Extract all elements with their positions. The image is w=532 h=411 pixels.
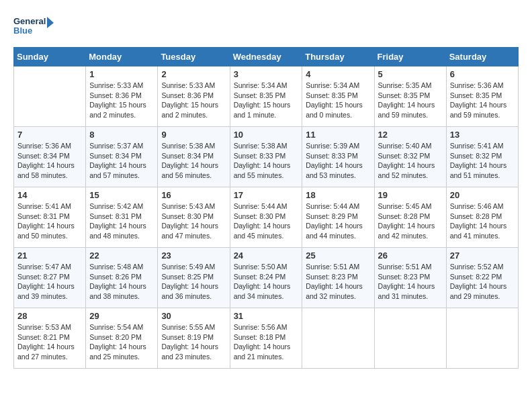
calendar-cell: 1Sunrise: 5:33 AM Sunset: 8:36 PM Daylig… — [86, 66, 158, 127]
day-number: 15 — [89, 190, 154, 200]
calendar-cell: 14Sunrise: 5:41 AM Sunset: 8:31 PM Dayli… — [14, 187, 86, 248]
column-header-saturday: Saturday — [446, 48, 518, 66]
calendar-cell: 24Sunrise: 5:50 AM Sunset: 8:24 PM Dayli… — [230, 248, 302, 308]
day-number: 27 — [450, 250, 515, 261]
calendar-week-row: 28Sunrise: 5:53 AM Sunset: 8:21 PM Dayli… — [14, 308, 519, 369]
calendar-cell: 16Sunrise: 5:43 AM Sunset: 8:30 PM Dayli… — [158, 187, 230, 248]
calendar-cell: 29Sunrise: 5:54 AM Sunset: 8:20 PM Dayli… — [86, 308, 158, 369]
calendar-header-row: SundayMondayTuesdayWednesdayThursdayFrid… — [14, 48, 519, 66]
day-details: Sunrise: 5:45 AM Sunset: 8:28 PM Dayligh… — [378, 201, 443, 241]
calendar-cell: 19Sunrise: 5:45 AM Sunset: 8:28 PM Dayli… — [374, 187, 446, 248]
day-details: Sunrise: 5:55 AM Sunset: 8:19 PM Dayligh… — [161, 322, 226, 362]
calendar-cell: 4Sunrise: 5:34 AM Sunset: 8:35 PM Daylig… — [302, 66, 374, 127]
day-number: 14 — [17, 190, 82, 200]
calendar-cell: 17Sunrise: 5:44 AM Sunset: 8:30 PM Dayli… — [230, 187, 302, 248]
calendar-cell: 8Sunrise: 5:37 AM Sunset: 8:34 PM Daylig… — [86, 127, 158, 187]
calendar-cell — [302, 308, 374, 369]
calendar-cell: 30Sunrise: 5:55 AM Sunset: 8:19 PM Dayli… — [158, 308, 230, 369]
day-details: Sunrise: 5:44 AM Sunset: 8:29 PM Dayligh… — [306, 201, 370, 241]
calendar-cell — [374, 308, 446, 369]
day-number: 7 — [17, 130, 82, 140]
day-details: Sunrise: 5:41 AM Sunset: 8:31 PM Dayligh… — [17, 201, 82, 241]
day-number: 2 — [161, 69, 226, 79]
column-header-sunday: Sunday — [14, 48, 86, 66]
calendar-cell: 12Sunrise: 5:40 AM Sunset: 8:32 PM Dayli… — [374, 127, 446, 187]
calendar-cell: 3Sunrise: 5:34 AM Sunset: 8:35 PM Daylig… — [230, 66, 302, 127]
day-details: Sunrise: 5:38 AM Sunset: 8:34 PM Dayligh… — [161, 141, 226, 181]
day-details: Sunrise: 5:34 AM Sunset: 8:35 PM Dayligh… — [306, 81, 370, 120]
day-number: 24 — [234, 250, 299, 261]
day-details: Sunrise: 5:36 AM Sunset: 8:34 PM Dayligh… — [17, 141, 82, 181]
day-number: 8 — [89, 130, 154, 140]
day-number: 17 — [234, 190, 299, 200]
day-number: 29 — [89, 311, 154, 321]
calendar-cell: 23Sunrise: 5:49 AM Sunset: 8:25 PM Dayli… — [158, 248, 230, 308]
calendar-cell: 26Sunrise: 5:51 AM Sunset: 8:23 PM Dayli… — [374, 248, 446, 308]
column-header-thursday: Thursday — [302, 48, 374, 66]
calendar-cell: 31Sunrise: 5:56 AM Sunset: 8:18 PM Dayli… — [230, 308, 302, 369]
calendar-cell — [446, 308, 518, 369]
day-details: Sunrise: 5:49 AM Sunset: 8:25 PM Dayligh… — [161, 262, 226, 302]
calendar-cell: 10Sunrise: 5:38 AM Sunset: 8:33 PM Dayli… — [230, 127, 302, 187]
calendar-cell: 6Sunrise: 5:36 AM Sunset: 8:35 PM Daylig… — [446, 66, 518, 127]
day-details: Sunrise: 5:52 AM Sunset: 8:22 PM Dayligh… — [450, 262, 515, 302]
calendar-cell: 2Sunrise: 5:33 AM Sunset: 8:36 PM Daylig… — [158, 66, 230, 127]
day-number: 5 — [378, 69, 443, 79]
calendar-cell: 27Sunrise: 5:52 AM Sunset: 8:22 PM Dayli… — [446, 248, 518, 308]
logo-svg: General Blue — [13, 13, 54, 40]
calendar-cell: 13Sunrise: 5:41 AM Sunset: 8:32 PM Dayli… — [446, 127, 518, 187]
day-number: 3 — [234, 69, 299, 79]
calendar-cell: 11Sunrise: 5:39 AM Sunset: 8:33 PM Dayli… — [302, 127, 374, 187]
day-number: 21 — [17, 250, 82, 261]
day-number: 16 — [161, 190, 226, 200]
day-details: Sunrise: 5:33 AM Sunset: 8:36 PM Dayligh… — [161, 81, 226, 120]
day-number: 10 — [234, 130, 299, 140]
calendar-cell: 18Sunrise: 5:44 AM Sunset: 8:29 PM Dayli… — [302, 187, 374, 248]
calendar-week-row: 21Sunrise: 5:47 AM Sunset: 8:27 PM Dayli… — [14, 248, 519, 308]
day-number: 20 — [450, 190, 515, 200]
day-number: 18 — [306, 190, 370, 200]
calendar-cell: 21Sunrise: 5:47 AM Sunset: 8:27 PM Dayli… — [14, 248, 86, 308]
day-number: 4 — [306, 69, 370, 79]
day-number: 28 — [17, 311, 82, 321]
day-details: Sunrise: 5:50 AM Sunset: 8:24 PM Dayligh… — [234, 262, 299, 302]
calendar-cell: 20Sunrise: 5:46 AM Sunset: 8:28 PM Dayli… — [446, 187, 518, 248]
day-number: 11 — [306, 130, 370, 140]
day-number: 23 — [161, 250, 226, 261]
column-header-monday: Monday — [86, 48, 158, 66]
day-details: Sunrise: 5:41 AM Sunset: 8:32 PM Dayligh… — [450, 141, 515, 181]
day-number: 25 — [306, 250, 370, 261]
day-details: Sunrise: 5:56 AM Sunset: 8:18 PM Dayligh… — [234, 322, 299, 362]
calendar-week-row: 7Sunrise: 5:36 AM Sunset: 8:34 PM Daylig… — [14, 127, 519, 187]
calendar-week-row: 1Sunrise: 5:33 AM Sunset: 8:36 PM Daylig… — [14, 66, 519, 127]
calendar-cell: 5Sunrise: 5:35 AM Sunset: 8:35 PM Daylig… — [374, 66, 446, 127]
day-details: Sunrise: 5:36 AM Sunset: 8:35 PM Dayligh… — [450, 81, 515, 120]
column-header-tuesday: Tuesday — [158, 48, 230, 66]
day-number: 6 — [450, 69, 515, 79]
day-details: Sunrise: 5:44 AM Sunset: 8:30 PM Dayligh… — [234, 201, 299, 241]
day-details: Sunrise: 5:33 AM Sunset: 8:36 PM Dayligh… — [89, 81, 154, 120]
svg-marker-2 — [47, 17, 54, 28]
day-number: 26 — [378, 250, 443, 261]
day-number: 12 — [378, 130, 443, 140]
calendar-cell: 25Sunrise: 5:51 AM Sunset: 8:23 PM Dayli… — [302, 248, 374, 308]
day-number: 30 — [161, 311, 226, 321]
page-header: General Blue — [13, 13, 519, 40]
day-details: Sunrise: 5:34 AM Sunset: 8:35 PM Dayligh… — [234, 81, 299, 120]
calendar-cell: 28Sunrise: 5:53 AM Sunset: 8:21 PM Dayli… — [14, 308, 86, 369]
day-details: Sunrise: 5:37 AM Sunset: 8:34 PM Dayligh… — [89, 141, 154, 181]
svg-text:Blue: Blue — [13, 26, 32, 36]
column-header-wednesday: Wednesday — [230, 48, 302, 66]
calendar-table: SundayMondayTuesdayWednesdayThursdayFrid… — [13, 47, 519, 369]
day-details: Sunrise: 5:53 AM Sunset: 8:21 PM Dayligh… — [17, 322, 82, 362]
logo: General Blue — [13, 13, 54, 40]
day-details: Sunrise: 5:48 AM Sunset: 8:26 PM Dayligh… — [89, 262, 154, 302]
day-details: Sunrise: 5:40 AM Sunset: 8:32 PM Dayligh… — [378, 141, 443, 181]
calendar-cell: 9Sunrise: 5:38 AM Sunset: 8:34 PM Daylig… — [158, 127, 230, 187]
svg-text:General: General — [13, 16, 46, 26]
day-details: Sunrise: 5:47 AM Sunset: 8:27 PM Dayligh… — [17, 262, 82, 302]
day-details: Sunrise: 5:54 AM Sunset: 8:20 PM Dayligh… — [89, 322, 154, 362]
day-number: 1 — [89, 69, 154, 79]
day-number: 31 — [234, 311, 299, 321]
column-header-friday: Friday — [374, 48, 446, 66]
